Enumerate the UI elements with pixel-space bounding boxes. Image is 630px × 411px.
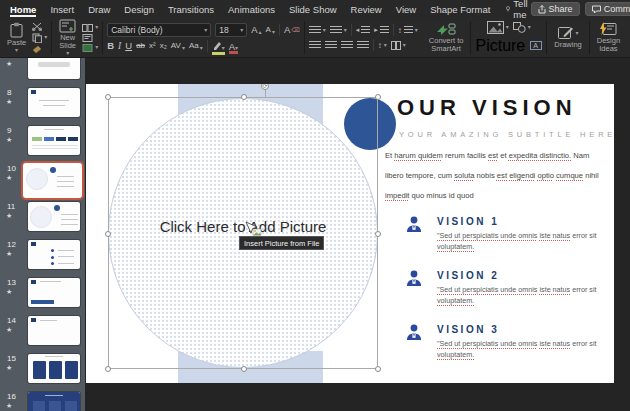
slide-thumbnail-image <box>28 316 80 345</box>
animation-star-icon: ★ <box>6 98 12 106</box>
selection-handle[interactable] <box>375 231 381 237</box>
italic-button[interactable]: I <box>118 41 121 51</box>
insert-picture-button[interactable]: ▾ <box>487 21 509 34</box>
shrink-font-button[interactable]: A▾ <box>266 25 275 35</box>
format-painter-icon <box>32 45 42 54</box>
picture-group: ▾ ▾ Picture A <box>471 18 546 57</box>
slide-thumbnail-15[interactable]: 15★ <box>0 354 85 390</box>
menu-item-shape-format[interactable]: Shape Format <box>430 0 490 18</box>
new-slide-label: New Slide <box>59 34 76 50</box>
drawing-group: ▾ Drawing <box>547 18 589 57</box>
bullets-button[interactable]: ▾ <box>309 26 326 35</box>
reset-button[interactable] <box>82 34 98 42</box>
superscript-button[interactable]: x² <box>149 41 156 51</box>
shapes-icon <box>513 22 526 33</box>
vision-text: "Sed ut perspiciatis unde omnis iste nat… <box>437 338 614 360</box>
cut-button[interactable] <box>32 22 47 31</box>
align-right-button[interactable] <box>341 41 353 50</box>
text-direction-button[interactable]: ↕▾ <box>378 41 387 50</box>
slide-thumbnail-13[interactable]: 13★ <box>0 278 85 314</box>
format-painter-button[interactable] <box>32 45 47 54</box>
convert-to-smartart-label: Convert to SmartArt <box>429 37 464 53</box>
highlight-color-button[interactable]: ▾ <box>212 41 225 52</box>
font-color-button[interactable]: A▾ <box>229 42 238 51</box>
design-ideas-button[interactable]: Design Ideas <box>594 21 623 54</box>
menu-item-review[interactable]: Review <box>351 0 382 18</box>
numbering-button[interactable]: ▾ <box>330 26 347 35</box>
share-button[interactable]: Share <box>531 2 580 16</box>
layout-button[interactable]: ▾ <box>82 24 98 32</box>
selection-handle[interactable] <box>375 94 381 100</box>
columns-button[interactable]: ▾ <box>391 41 406 50</box>
menu-item-home[interactable]: Home <box>10 0 36 18</box>
section-button[interactable]: ▾ <box>82 44 98 52</box>
text-box-icon[interactable]: A <box>530 41 542 50</box>
menu-item-transitions[interactable]: Transitions <box>168 0 214 18</box>
menu-item-animations[interactable]: Animations <box>228 0 275 18</box>
align-left-button[interactable] <box>309 41 321 50</box>
clear-formatting-button[interactable]: A⌫ <box>284 25 300 35</box>
comments-button[interactable]: Comments <box>585 2 630 16</box>
slide-thumbnail-7[interactable]: 7★ <box>0 58 85 86</box>
change-case-button[interactable]: Aa▾ <box>189 41 203 51</box>
paste-button[interactable]: Paste ▾ <box>4 21 29 54</box>
slide-thumbnail-image <box>28 58 80 79</box>
align-justify-button[interactable] <box>357 41 369 50</box>
selection-handle[interactable] <box>105 94 111 100</box>
drawing-button[interactable]: ▾ Drawing <box>551 25 585 50</box>
character-spacing-button[interactable]: AV▾ <box>171 41 185 51</box>
menu-item-design[interactable]: Design <box>124 0 154 18</box>
slide-thumbnail-image <box>28 240 80 269</box>
slide-thumbnail-16[interactable]: 16★ <box>0 392 85 411</box>
selection-handle[interactable] <box>105 366 111 372</box>
menu-item-draw[interactable]: Draw <box>88 0 110 18</box>
slide-thumbnail-12[interactable]: 12★ <box>0 240 85 276</box>
slide-thumbnail-11[interactable]: 11★ <box>0 202 85 238</box>
menu-item-slide-show[interactable]: Slide Show <box>289 0 337 18</box>
insert-shapes-button[interactable]: ▾ <box>513 22 531 33</box>
vision-text: "Sed ut perspiciatis unde omnis iste nat… <box>437 230 614 252</box>
selection-handle[interactable] <box>241 94 247 100</box>
selection-handle[interactable] <box>375 366 381 372</box>
decrease-indent-button[interactable]: ◂ <box>356 26 371 35</box>
powerpoint-window: HomeInsertDrawDesignTransitionsAnimation… <box>0 0 630 411</box>
new-slide-button[interactable]: New Slide ▾ <box>56 18 79 57</box>
slide-title[interactable]: OUR VISION <box>397 95 577 121</box>
layout-chevron-icon: ▾ <box>95 25 98 30</box>
picture-label: Picture <box>475 37 525 55</box>
comments-label: Comments <box>604 4 630 14</box>
grow-font-button[interactable]: A▴ <box>251 25 261 35</box>
slide-subtitle[interactable]: YOUR AMAZING SUBTITLE HERE <box>399 130 614 139</box>
tell-me-button[interactable]: Tell me <box>506 0 530 20</box>
menu-items: HomeInsertDrawDesignTransitionsAnimation… <box>0 0 531 18</box>
slide-thumbnail-9[interactable]: 9★ <box>0 126 85 162</box>
underline-button[interactable]: U <box>125 41 132 51</box>
selection-handle[interactable] <box>105 231 111 237</box>
copy-chevron-icon: ▾ <box>44 35 47 40</box>
copy-button[interactable]: ▾ <box>32 33 47 43</box>
convert-to-smartart-button[interactable]: Convert to SmartArt <box>426 21 467 54</box>
bold-button[interactable]: B <box>107 41 114 51</box>
slide-body-text[interactable]: Et harum quidem rerum facilis est et exp… <box>385 146 599 206</box>
slide-thumbnail-image <box>28 354 80 383</box>
increase-indent-button[interactable]: ▸ <box>374 26 389 35</box>
menu-item-insert[interactable]: Insert <box>50 0 74 18</box>
font-name-select[interactable]: Calibri (Body) ▾ <box>107 23 211 37</box>
paste-icon <box>9 22 24 38</box>
menu-item-view[interactable]: View <box>396 0 416 18</box>
line-spacing-button[interactable]: ↕▾ <box>398 26 418 35</box>
picture-placeholder-text[interactable]: Click Here to Add Picture <box>138 218 348 235</box>
align-center-button[interactable] <box>325 41 337 50</box>
slide-editor[interactable]: ⟳ Click Here to Add Picture Insert Pictu… <box>86 84 614 383</box>
animation-star-icon: ★ <box>6 288 12 296</box>
subscript-button[interactable]: x₂ <box>160 41 167 51</box>
slide-thumbnail-10[interactable]: 10★ <box>0 164 85 200</box>
slide-thumbnail-image <box>28 278 80 307</box>
strikethrough-button[interactable]: ab <box>136 41 145 51</box>
font-size-select[interactable]: 18 ▾ <box>215 23 247 37</box>
slide-number: 14 <box>7 316 16 325</box>
animation-star-icon: ★ <box>6 250 12 258</box>
slide-thumbnail-14[interactable]: 14★ <box>0 316 85 352</box>
slide-thumbnail-8[interactable]: 8★ <box>0 88 85 124</box>
selection-handle[interactable] <box>241 366 247 372</box>
